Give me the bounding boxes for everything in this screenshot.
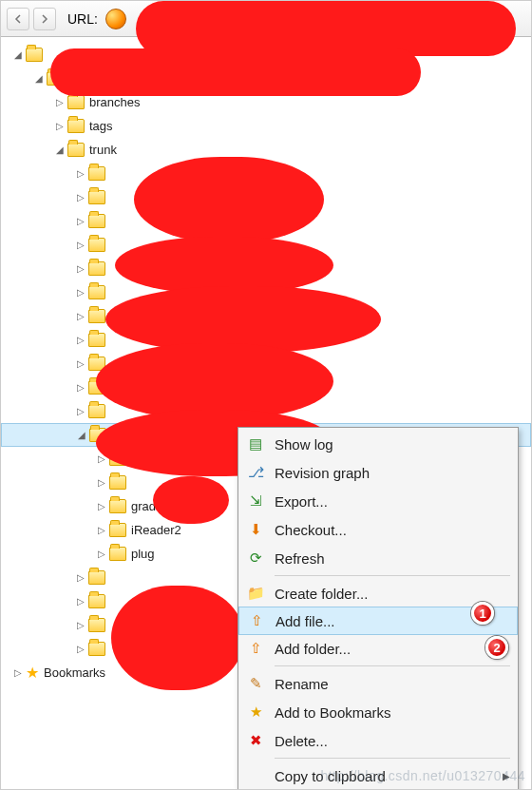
menu-label: Refresh — [275, 550, 325, 567]
expander-open-icon[interactable]: ◢ — [12, 49, 24, 61]
expander-open-icon[interactable]: ◢ — [54, 145, 66, 156]
nav-forward-button[interactable] — [33, 8, 56, 30]
expander-closed-icon[interactable]: ▷ — [75, 572, 86, 584]
folder-icon — [88, 238, 105, 252]
arrow-left-icon — [13, 14, 23, 24]
callout-1: 1 — [471, 602, 494, 625]
expander-closed-icon[interactable]: ▷ — [75, 335, 86, 346]
menu-label: Rename — [275, 676, 329, 692]
redaction-blob — [105, 286, 381, 353]
refresh-icon: ⟳ — [246, 549, 265, 568]
folder-icon — [88, 618, 105, 632]
menu-label: Delete... — [275, 733, 328, 749]
menu-add-to-bookmarks[interactable]: ★ Add to Bookmarks — [238, 698, 518, 726]
expander-closed-icon[interactable]: ▷ — [96, 549, 107, 560]
expander-closed-icon[interactable]: ▷ — [75, 311, 86, 322]
url-label: URL: — [67, 11, 98, 27]
export-icon: ⇲ — [246, 491, 265, 511]
expander-closed-icon[interactable]: ▷ — [75, 263, 86, 275]
menu-label: Create folder... — [275, 586, 368, 602]
tree-item-trunk[interactable]: ◢trunk — [1, 138, 531, 162]
tree-item-label: plug — [131, 547, 155, 561]
folder-icon — [88, 285, 105, 299]
expander-closed-icon[interactable]: ▷ — [75, 240, 86, 251]
redaction-blob — [96, 343, 333, 419]
folder-icon — [88, 190, 105, 204]
clipboard-icon — [246, 766, 265, 785]
delete-icon: ✖ — [246, 731, 265, 750]
menu-revision-graph[interactable]: ⎇ Revision graph — [238, 458, 518, 487]
nav-back-button[interactable] — [7, 8, 29, 30]
menu-separator — [275, 575, 510, 576]
expander-closed-icon[interactable]: ▷ — [75, 644, 86, 655]
folder-icon — [109, 499, 126, 513]
expander-closed-icon[interactable]: ▷ — [75, 596, 86, 607]
folder-icon — [88, 309, 105, 323]
add-folder-icon: ⇧ — [246, 639, 265, 658]
arrow-right-icon — [40, 14, 49, 24]
tree-item-label: iReader2 — [131, 523, 181, 537]
tree-item-tags[interactable]: ▷tags — [1, 114, 531, 138]
expander-closed-icon[interactable]: ▷ — [75, 620, 86, 631]
folder-icon — [88, 570, 105, 585]
expander-closed-icon[interactable]: ▷ — [75, 192, 86, 203]
expander-closed-icon[interactable]: ▷ — [75, 287, 86, 299]
folder-icon — [67, 95, 85, 109]
expander-closed-icon[interactable]: ▷ — [54, 121, 66, 132]
folder-icon — [88, 333, 105, 347]
expander-closed-icon[interactable]: ▷ — [12, 667, 24, 679]
menu-label: Add folder... — [275, 641, 351, 657]
expander-closed-icon[interactable]: ▷ — [54, 97, 66, 108]
menu-label: Add file... — [276, 613, 335, 629]
redaction-blob — [115, 237, 333, 294]
create-folder-icon: 📁 — [246, 584, 265, 603]
log-icon: ▤ — [246, 434, 265, 453]
menu-label: Show log — [275, 436, 333, 453]
menu-delete[interactable]: ✖ Delete... — [238, 726, 518, 755]
menu-export[interactable]: ⇲ Export... — [238, 487, 518, 515]
rename-icon: ✎ — [246, 674, 265, 693]
expander-closed-icon[interactable]: ▷ — [75, 216, 86, 227]
checkout-icon: ⬇ — [246, 520, 265, 539]
folder-icon — [67, 143, 85, 157]
tree-item-label: tags — [89, 119, 113, 133]
menu-label: Revision graph — [275, 465, 370, 481]
menu-label: Checkout... — [275, 522, 347, 538]
redaction-blob — [50, 48, 421, 96]
folder-icon — [109, 547, 126, 561]
repo-icon — [105, 9, 126, 29]
menu-separator — [275, 665, 510, 666]
menu-checkout[interactable]: ⬇ Checkout... — [238, 515, 518, 544]
expander-closed-icon[interactable]: ▷ — [96, 477, 107, 489]
menu-show-log[interactable]: ▤ Show log — [238, 430, 518, 458]
menu-separator — [275, 758, 510, 759]
bookmark-icon: ★ — [246, 703, 265, 722]
expander-open-icon[interactable]: ◢ — [33, 73, 45, 85]
folder-icon — [67, 119, 85, 133]
expander-closed-icon[interactable]: ▷ — [96, 501, 107, 512]
expander-closed-icon[interactable]: ▷ — [96, 525, 107, 536]
expander-closed-icon[interactable]: ▷ — [75, 168, 86, 180]
expander-open-icon[interactable]: ◢ — [76, 430, 87, 441]
add-file-icon: ⇧ — [247, 611, 266, 630]
expander-closed-icon[interactable]: ▷ — [75, 382, 86, 394]
redaction-blob — [134, 157, 324, 242]
redaction-blob — [111, 586, 244, 690]
menu-add-folder[interactable]: ⇧ Add folder... — [238, 634, 518, 663]
watermark: http://blog.csdn.net/u013270444 — [320, 768, 525, 783]
tree-item-label: Bookmarks — [44, 665, 105, 680]
folder-icon — [88, 166, 105, 181]
menu-label: Add to Bookmarks — [275, 704, 391, 721]
menu-refresh[interactable]: ⟳ Refresh — [238, 544, 518, 572]
expander-closed-icon[interactable]: ▷ — [75, 358, 86, 370]
redaction-blob — [153, 476, 229, 524]
folder-icon — [88, 404, 105, 418]
tree-item-label: branches — [89, 95, 140, 109]
folder-icon — [88, 594, 105, 608]
expander-closed-icon[interactable]: ▷ — [75, 406, 86, 417]
callout-2: 2 — [485, 636, 508, 659]
folder-icon — [88, 214, 105, 228]
menu-rename[interactable]: ✎ Rename — [238, 669, 518, 698]
menu-label: Export... — [275, 493, 328, 510]
folder-icon — [109, 475, 126, 490]
